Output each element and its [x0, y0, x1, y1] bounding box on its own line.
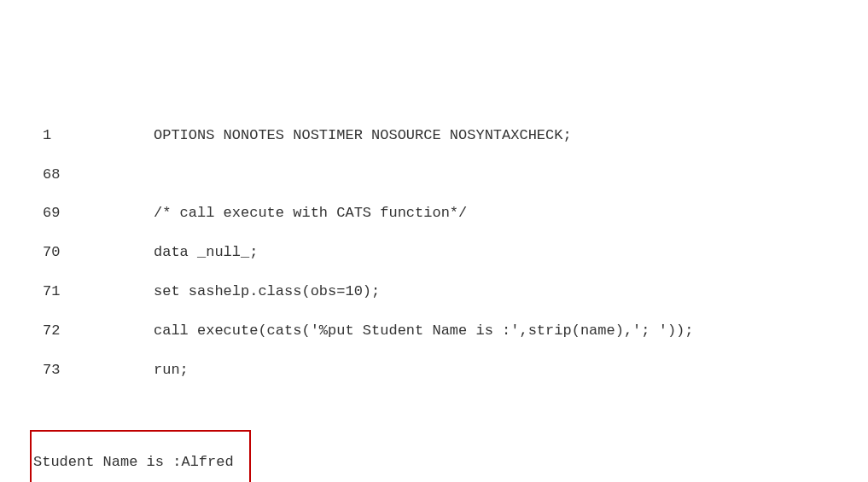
code-line: 73run; [43, 361, 868, 380]
sas-log: 1OPTIONS NONOTES NOSTIMER NOSOURCE NOSYN… [43, 87, 868, 482]
code-line: 71set sashelp.class(obs=10); [43, 282, 868, 302]
line-number: 73 [43, 361, 154, 380]
code-block: 1OPTIONS NONOTES NOSTIMER NOSOURCE NOSYN… [43, 107, 868, 400]
code-line: 68 [43, 166, 868, 185]
output-line: Student Name is :Alfred [33, 453, 242, 473]
line-number: 69 [43, 204, 154, 224]
output-highlight-box: Student Name is :Alfred Student Name is … [30, 430, 251, 482]
code-text: OPTIONS NONOTES NOSTIMER NOSOURCE NOSYNT… [154, 126, 572, 146]
code-line: 72call execute(cats('%put Student Name i… [43, 322, 868, 341]
code-text: call execute(cats('%put Student Name is … [154, 322, 694, 341]
code-line: 1OPTIONS NONOTES NOSTIMER NOSOURCE NOSYN… [43, 126, 868, 146]
line-number: 71 [43, 282, 154, 302]
line-number: 1 [43, 126, 154, 146]
line-number: 70 [43, 243, 154, 263]
code-line: 69/* call execute with CATS function*/ [43, 204, 868, 224]
code-text: /* call execute with CATS function*/ [154, 204, 467, 224]
code-text: run; [154, 361, 189, 380]
line-number: 68 [43, 166, 154, 185]
code-text: data _null_; [154, 243, 258, 263]
line-number: 72 [43, 322, 154, 341]
code-text: set sashelp.class(obs=10); [154, 282, 380, 302]
code-line: 70data _null_; [43, 243, 868, 263]
